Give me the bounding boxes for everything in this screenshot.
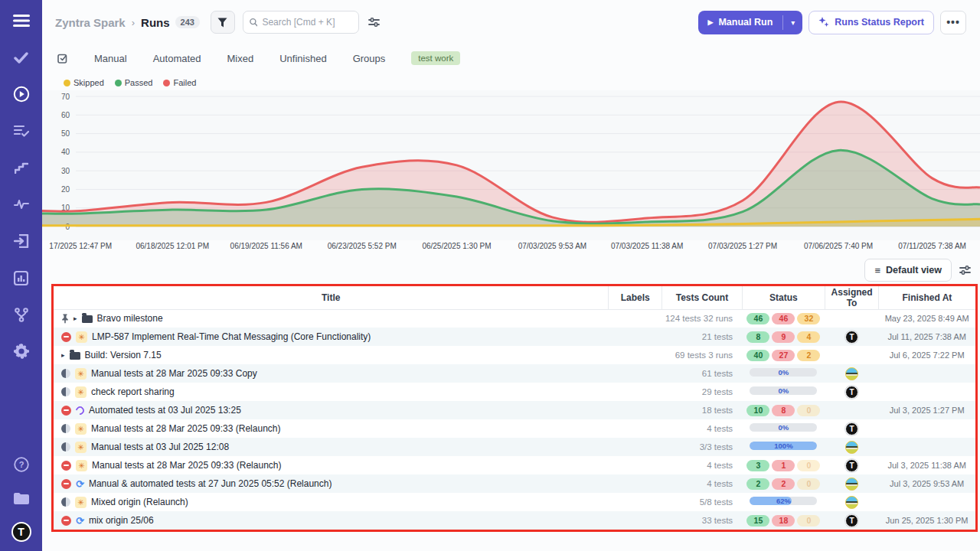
skipped-count-badge: 0 — [797, 405, 820, 416]
run-title[interactable]: Manual & automated tests at 27 Jun 2025 … — [89, 478, 332, 489]
default-view-button[interactable]: ≡ Default view — [864, 259, 952, 282]
expand-caret-icon[interactable]: ▸ — [74, 315, 77, 322]
assignee-avatar[interactable] — [845, 367, 858, 380]
user-avatar[interactable]: T — [11, 522, 31, 542]
filter-badge-test-work[interactable]: test work — [411, 51, 460, 65]
tests-icon[interactable] — [11, 47, 31, 67]
settings-icon[interactable] — [11, 341, 31, 361]
table-row[interactable]: ✳Manual tests at 28 Mar 2025 09:33 (Rela… — [54, 419, 975, 438]
tab-automated[interactable]: Automated — [153, 53, 201, 64]
menu-icon[interactable] — [11, 11, 31, 31]
run-title[interactable]: Manual tests at 03 Jul 2025 12:08 — [91, 442, 229, 452]
column-header-tests-count[interactable]: Tests Count — [662, 286, 742, 309]
stopped-status-icon — [61, 516, 71, 526]
requirements-icon[interactable] — [11, 231, 31, 251]
filter-button[interactable] — [211, 11, 235, 34]
milestones-icon[interactable] — [11, 158, 31, 178]
runs-icon[interactable] — [11, 84, 31, 104]
run-title-cell[interactable]: ✳Manual tests at 28 Mar 2025 09:33 (Rela… — [54, 456, 609, 474]
run-title-cell[interactable]: ✳check report sharing — [54, 383, 609, 401]
breadcrumb-project[interactable]: Zyntra Spark — [55, 16, 126, 29]
run-title-cell[interactable]: ▸Bravo milestone — [54, 309, 609, 328]
run-title[interactable]: Manual tests at 28 Mar 2025 09:33 Copy — [91, 368, 257, 379]
assignee-avatar[interactable]: T — [845, 514, 858, 527]
svg-text:50: 50 — [61, 129, 70, 138]
run-title-cell[interactable]: ⟳Manual & automated tests at 27 Jun 2025… — [54, 474, 609, 493]
tab-groups[interactable]: Groups — [353, 53, 386, 64]
in-progress-status-icon — [61, 497, 70, 507]
table-row[interactable]: ✳Manual tests at 28 Mar 2025 09:33 (Rela… — [54, 456, 975, 474]
run-title[interactable]: Automated tests at 03 Jul 2025 13:25 — [89, 405, 241, 416]
search-input[interactable] — [262, 17, 351, 28]
table-row[interactable]: Automated tests at 03 Jul 2025 13:2518 t… — [54, 401, 975, 419]
tab-unfinished[interactable]: Unfinished — [279, 53, 326, 64]
runs-status-report-button[interactable]: Runs Status Report — [808, 11, 934, 34]
run-title[interactable]: Build: Version 7.15 — [85, 350, 162, 360]
manual-run-button[interactable]: ▶ Manual Run ▾ — [698, 11, 803, 34]
expand-caret-icon[interactable]: ▸ — [61, 352, 65, 359]
table-row[interactable]: ▸Build: Version 7.1569 tests 3 runs40272… — [54, 346, 975, 364]
run-title[interactable]: LMP-587 Implement Real-Time Chat Messagi… — [92, 331, 371, 342]
table-row[interactable]: ▸Bravo milestone124 tests 32 runs464632M… — [54, 309, 975, 328]
tab-mixed[interactable]: Mixed — [227, 53, 254, 64]
column-header-status[interactable]: Status — [743, 286, 825, 309]
column-settings-icon[interactable] — [959, 265, 971, 276]
table-row[interactable]: ⟳Manual & automated tests at 27 Jun 2025… — [54, 474, 975, 493]
run-title-cell[interactable]: ✳Mixed origin (Relaunch) — [54, 493, 609, 511]
more-actions-button[interactable]: ••• — [940, 11, 966, 34]
assignee-avatar[interactable] — [845, 478, 858, 491]
search-settings-icon[interactable] — [368, 17, 380, 28]
table-row[interactable]: ✳LMP-587 Implement Real-Time Chat Messag… — [54, 328, 975, 346]
run-title[interactable]: mix origin 25/06 — [89, 515, 154, 526]
defects-icon[interactable] — [11, 194, 31, 214]
projects-folder-icon[interactable] — [11, 488, 31, 508]
run-title[interactable]: Mixed origin (Relaunch) — [91, 497, 188, 507]
run-title-cell[interactable]: ⟳mix origin 25/06 — [54, 511, 609, 530]
assignee-avatar[interactable] — [845, 441, 858, 454]
assignee-avatar[interactable]: T — [845, 422, 858, 435]
legend-item-passed[interactable]: Passed — [115, 78, 153, 87]
column-header-finished-at[interactable]: Finished At — [879, 286, 975, 309]
column-header-labels[interactable]: Labels — [609, 286, 662, 309]
assignee-avatar[interactable] — [845, 496, 858, 509]
run-title[interactable]: Manual tests at 28 Mar 2025 09:33 (Relau… — [91, 423, 280, 434]
select-all-icon[interactable] — [57, 53, 68, 64]
assignee-avatar[interactable]: T — [845, 459, 858, 472]
run-title-cell[interactable]: ✳LMP-587 Implement Real-Time Chat Messag… — [54, 328, 609, 346]
column-header-assigned-to[interactable]: Assigned To — [825, 286, 879, 309]
table-row[interactable]: ✳Manual tests at 03 Jul 2025 12:083/3 te… — [54, 438, 975, 456]
column-header-title[interactable]: Title — [54, 286, 609, 309]
branches-icon[interactable] — [11, 305, 31, 324]
finished-at-cell: Jul 6, 2025 7:22 PM — [879, 346, 975, 364]
reports-icon[interactable] — [11, 268, 31, 288]
tab-manual[interactable]: Manual — [94, 53, 127, 64]
run-title-cell[interactable]: ✳Manual tests at 03 Jul 2025 12:08 — [54, 438, 609, 456]
table-row[interactable]: ✳Mixed origin (Relaunch)5/8 tests62% — [54, 493, 975, 511]
table-row[interactable]: ⟳mix origin 25/0633 tests15180TJun 25, 2… — [54, 511, 975, 530]
legend-item-failed[interactable]: Failed — [163, 78, 196, 87]
run-title[interactable]: check report sharing — [91, 386, 175, 397]
assignee-avatar[interactable]: T — [845, 331, 858, 344]
assigned-to-cell — [825, 401, 879, 419]
help-icon[interactable]: ? — [11, 455, 31, 474]
progress-bar: 62% — [750, 497, 817, 505]
assignee-avatar[interactable]: T — [845, 386, 858, 399]
search-box[interactable] — [243, 11, 359, 34]
table-row[interactable]: ✳check report sharing29 tests0%T — [54, 383, 975, 401]
run-title[interactable]: Manual tests at 28 Mar 2025 09:33 (Relau… — [92, 460, 281, 471]
failed-count-badge: 18 — [772, 515, 795, 527]
finished-at-cell: May 23, 2025 8:49 AM — [879, 309, 975, 328]
progress-percent: 0% — [750, 386, 817, 395]
run-title-cell[interactable]: Automated tests at 03 Jul 2025 13:25 — [54, 401, 609, 419]
run-title[interactable]: Bravo milestone — [97, 313, 163, 324]
manual-run-dropdown[interactable]: ▾ — [783, 11, 802, 34]
run-title-cell[interactable]: ✳Manual tests at 28 Mar 2025 09:33 (Rela… — [54, 419, 609, 438]
run-title-cell[interactable]: ▸Build: Version 7.15 — [54, 346, 609, 364]
in-progress-status-icon — [61, 369, 70, 378]
run-title-cell[interactable]: ✳Manual tests at 28 Mar 2025 09:33 Copy — [54, 364, 609, 383]
labels-cell — [609, 456, 662, 474]
test-plans-icon[interactable] — [11, 121, 31, 141]
assigned-to-cell — [825, 309, 879, 328]
table-row[interactable]: ✳Manual tests at 28 Mar 2025 09:33 Copy6… — [54, 364, 975, 383]
legend-item-skipped[interactable]: Skipped — [64, 78, 104, 87]
